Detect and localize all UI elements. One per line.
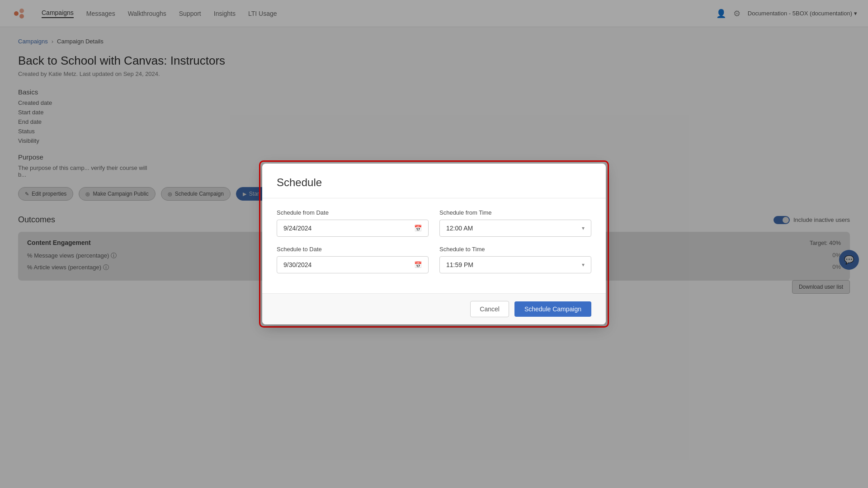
from-date-group: Schedule from Date 9/24/2024 📅 (277, 209, 429, 237)
modal-wrapper: Schedule Schedule from Date 9/24/2024 📅 (259, 160, 609, 328)
to-time-value: 11:59 PM (446, 261, 473, 268)
modal-title: Schedule (277, 176, 591, 189)
to-time-select[interactable]: 11:59 PM ▾ (439, 256, 591, 273)
from-date-value: 9/24/2024 (283, 225, 311, 232)
modal-header: Schedule (262, 164, 606, 198)
from-time-label: Schedule from Time (439, 209, 591, 216)
from-time-value: 12:00 AM (446, 225, 473, 232)
to-time-group: Schedule to Time 11:59 PM ▾ (439, 246, 591, 273)
from-date-input[interactable]: 9/24/2024 📅 (277, 220, 429, 237)
schedule-modal: Schedule Schedule from Date 9/24/2024 📅 (262, 164, 606, 324)
cancel-button[interactable]: Cancel (470, 301, 509, 317)
chevron-down-icon-to: ▾ (582, 262, 585, 268)
calendar-icon-from: 📅 (414, 225, 422, 232)
from-time-select[interactable]: 12:00 AM ▾ (439, 220, 591, 237)
to-date-label: Schedule to Date (277, 246, 429, 253)
from-time-group: Schedule from Time 12:00 AM ▾ (439, 209, 591, 237)
modal-overlay[interactable]: Schedule Schedule from Date 9/24/2024 📅 (0, 0, 868, 488)
from-date-label: Schedule from Date (277, 209, 429, 216)
form-row-2: Schedule to Date 9/30/2024 📅 Schedule to… (277, 246, 591, 273)
to-date-group: Schedule to Date 9/30/2024 📅 (277, 246, 429, 273)
to-date-value: 9/30/2024 (283, 261, 311, 268)
to-date-input[interactable]: 9/30/2024 📅 (277, 256, 429, 273)
form-row-1: Schedule from Date 9/24/2024 📅 Schedule … (277, 209, 591, 237)
modal-border: Schedule Schedule from Date 9/24/2024 📅 (259, 160, 609, 328)
schedule-campaign-modal-button[interactable]: Schedule Campaign (514, 301, 591, 317)
modal-footer: Cancel Schedule Campaign (262, 293, 606, 324)
chevron-down-icon-from: ▾ (582, 225, 585, 231)
modal-divider (262, 198, 606, 198)
modal-body: Schedule from Date 9/24/2024 📅 Schedule … (262, 209, 606, 293)
to-time-label: Schedule to Time (439, 246, 591, 253)
calendar-icon-to: 📅 (414, 261, 422, 268)
